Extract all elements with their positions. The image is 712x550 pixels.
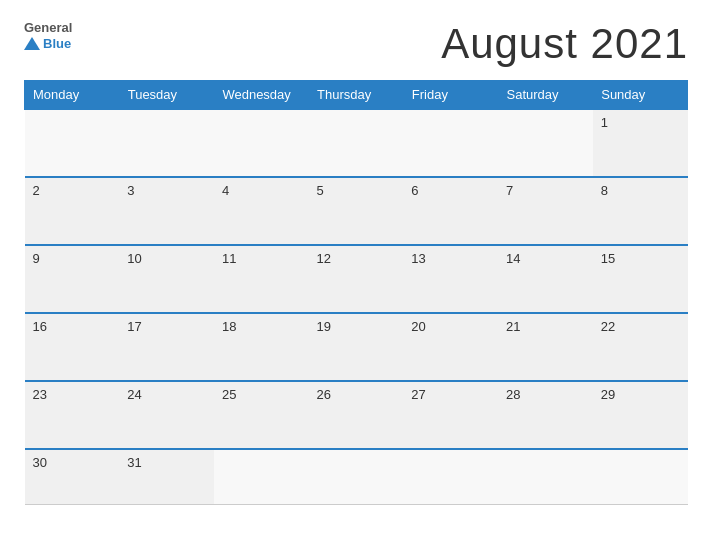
logo: General Blue <box>24 20 72 51</box>
day-number: 8 <box>601 183 608 198</box>
calendar-week-row: 2345678 <box>25 177 688 245</box>
logo-triangle-icon <box>24 37 40 50</box>
day-number: 30 <box>33 455 47 470</box>
day-number: 26 <box>317 387 331 402</box>
table-row: 29 <box>593 381 688 449</box>
day-number: 18 <box>222 319 236 334</box>
day-number: 25 <box>222 387 236 402</box>
day-number: 13 <box>411 251 425 266</box>
day-number: 10 <box>127 251 141 266</box>
day-number: 27 <box>411 387 425 402</box>
table-row: 18 <box>214 313 309 381</box>
day-number: 29 <box>601 387 615 402</box>
header-sunday: Sunday <box>593 81 688 110</box>
day-number: 19 <box>317 319 331 334</box>
day-number: 22 <box>601 319 615 334</box>
day-number: 11 <box>222 251 236 266</box>
logo-blue-row: Blue <box>24 36 72 52</box>
day-number: 31 <box>127 455 141 470</box>
table-row <box>309 449 404 504</box>
table-row: 20 <box>403 313 498 381</box>
day-number: 20 <box>411 319 425 334</box>
day-number: 24 <box>127 387 141 402</box>
table-row <box>498 109 593 177</box>
table-row: 13 <box>403 245 498 313</box>
header-saturday: Saturday <box>498 81 593 110</box>
table-row: 2 <box>25 177 120 245</box>
day-number: 3 <box>127 183 134 198</box>
table-row: 25 <box>214 381 309 449</box>
table-row: 9 <box>25 245 120 313</box>
table-row <box>214 109 309 177</box>
day-number: 5 <box>317 183 324 198</box>
calendar-week-row: 16171819202122 <box>25 313 688 381</box>
header-tuesday: Tuesday <box>119 81 214 110</box>
table-row: 14 <box>498 245 593 313</box>
day-number: 4 <box>222 183 229 198</box>
table-row <box>498 449 593 504</box>
table-row: 11 <box>214 245 309 313</box>
calendar-container: General Blue August 2021 Monday Tuesday … <box>0 0 712 550</box>
table-row: 3 <box>119 177 214 245</box>
day-number: 12 <box>317 251 331 266</box>
day-number: 6 <box>411 183 418 198</box>
calendar-week-row: 3031 <box>25 449 688 504</box>
table-row: 8 <box>593 177 688 245</box>
table-row: 21 <box>498 313 593 381</box>
table-row: 24 <box>119 381 214 449</box>
day-number: 17 <box>127 319 141 334</box>
table-row: 12 <box>309 245 404 313</box>
table-row <box>214 449 309 504</box>
header-monday: Monday <box>25 81 120 110</box>
day-number: 28 <box>506 387 520 402</box>
logo-general-text: General <box>24 20 72 36</box>
table-row: 6 <box>403 177 498 245</box>
table-row: 19 <box>309 313 404 381</box>
day-number: 1 <box>601 115 608 130</box>
table-row: 31 <box>119 449 214 504</box>
table-row <box>593 449 688 504</box>
day-number: 14 <box>506 251 520 266</box>
header-thursday: Thursday <box>309 81 404 110</box>
table-row: 15 <box>593 245 688 313</box>
day-number: 9 <box>33 251 40 266</box>
table-row: 23 <box>25 381 120 449</box>
calendar-grid: Monday Tuesday Wednesday Thursday Friday… <box>24 80 688 505</box>
header: General Blue August 2021 <box>24 20 688 68</box>
table-row <box>25 109 120 177</box>
header-wednesday: Wednesday <box>214 81 309 110</box>
month-title: August 2021 <box>441 20 688 68</box>
table-row: 7 <box>498 177 593 245</box>
table-row <box>309 109 404 177</box>
table-row: 16 <box>25 313 120 381</box>
table-row <box>403 449 498 504</box>
calendar-week-row: 23242526272829 <box>25 381 688 449</box>
day-number: 23 <box>33 387 47 402</box>
table-row: 22 <box>593 313 688 381</box>
table-row: 1 <box>593 109 688 177</box>
table-row <box>403 109 498 177</box>
table-row <box>119 109 214 177</box>
logo-blue-text: Blue <box>43 36 71 52</box>
days-header-row: Monday Tuesday Wednesday Thursday Friday… <box>25 81 688 110</box>
day-number: 7 <box>506 183 513 198</box>
table-row: 4 <box>214 177 309 245</box>
table-row: 17 <box>119 313 214 381</box>
day-number: 15 <box>601 251 615 266</box>
day-number: 2 <box>33 183 40 198</box>
table-row: 10 <box>119 245 214 313</box>
calendar-week-row: 1 <box>25 109 688 177</box>
table-row: 5 <box>309 177 404 245</box>
table-row: 30 <box>25 449 120 504</box>
header-friday: Friday <box>403 81 498 110</box>
day-number: 16 <box>33 319 47 334</box>
calendar-week-row: 9101112131415 <box>25 245 688 313</box>
table-row: 28 <box>498 381 593 449</box>
day-number: 21 <box>506 319 520 334</box>
table-row: 27 <box>403 381 498 449</box>
table-row: 26 <box>309 381 404 449</box>
